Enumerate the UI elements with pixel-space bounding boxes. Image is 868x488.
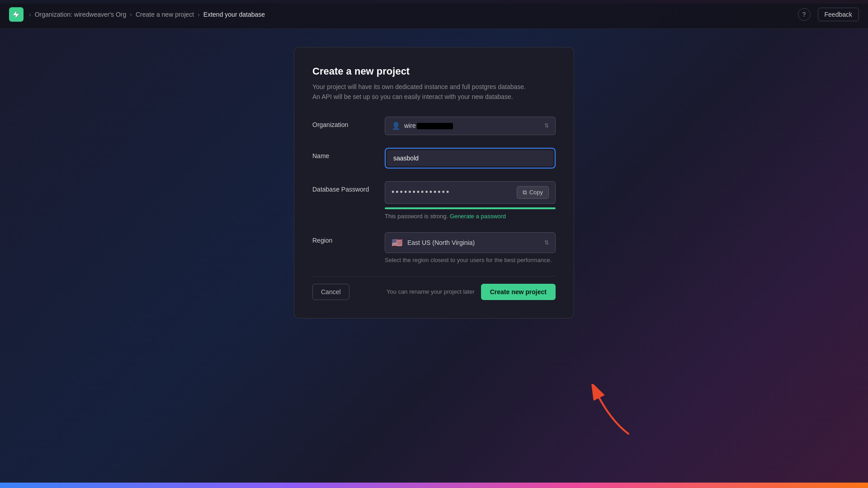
footer-right: You can rename your project later Create… (387, 284, 556, 300)
password-label: Database Password (312, 181, 385, 193)
cancel-button[interactable]: Cancel (312, 284, 349, 300)
header: › Organization: wiredweaver's Org › Crea… (0, 0, 868, 29)
create-project-button[interactable]: Create new project (481, 284, 556, 300)
password-control: •••••••••••••• ⧉ Copy This password is s… (385, 181, 556, 220)
breadcrumb-chevron-2: › (198, 11, 200, 18)
form-footer: Cancel You can rename your project later… (312, 276, 556, 300)
description-line-2: An API will be set up so you can easily … (312, 92, 556, 102)
region-value: East US (North Virginia) (407, 239, 475, 246)
password-field: Database Password •••••••••••••• ⧉ Copy … (312, 181, 556, 220)
breadcrumb-chevron-0: › (29, 11, 31, 18)
region-label: Region (312, 232, 385, 244)
description-line-1: Your project will have its own dedicated… (312, 82, 556, 92)
breadcrumb-extend: Extend your database (203, 11, 265, 18)
organization-select[interactable]: 👤 wire ⇅ (385, 117, 556, 135)
organization-control: 👤 wire ⇅ (385, 117, 556, 135)
name-input[interactable] (387, 150, 553, 166)
app-logo[interactable] (9, 7, 24, 22)
page-title: Create a new project (312, 66, 556, 77)
create-project-card: Create a new project Your project will h… (294, 47, 574, 319)
copy-button[interactable]: ⧉ Copy (517, 186, 549, 199)
region-chevron-icon: ⇅ (544, 239, 549, 246)
password-strength-bar (385, 207, 556, 209)
breadcrumb-create[interactable]: Create a new project (136, 11, 194, 18)
help-icon: ? (802, 11, 806, 18)
organization-label: Organization (312, 117, 385, 128)
org-select-inner: 👤 wire (392, 122, 453, 130)
feedback-button[interactable]: Feedback (818, 8, 859, 21)
copy-icon: ⧉ (523, 189, 527, 196)
name-field: Name (312, 148, 556, 169)
name-control (385, 148, 556, 169)
help-button[interactable]: ? (798, 8, 811, 21)
strength-text: This password is strong. (385, 213, 448, 220)
region-wrapper: 🇺🇸 East US (North Virginia) ⇅ Select the… (385, 232, 556, 263)
region-select[interactable]: 🇺🇸 East US (North Virginia) ⇅ (385, 232, 556, 253)
org-value: wire (404, 122, 453, 129)
password-input-row: •••••••••••••• ⧉ Copy (385, 181, 556, 204)
generate-password-link[interactable]: Generate a password (450, 213, 506, 220)
org-icon: 👤 (392, 122, 401, 130)
region-control: 🇺🇸 East US (North Virginia) ⇅ Select the… (385, 232, 556, 263)
password-dots: •••••••••••••• (392, 188, 517, 197)
us-flag-icon: 🇺🇸 (392, 237, 403, 248)
org-chevron-icon: ⇅ (544, 122, 549, 129)
breadcrumb-org[interactable]: Organization: wiredweaver's Org (35, 11, 127, 18)
region-hint: Select the region closest to your users … (385, 257, 556, 263)
organization-field: Organization 👤 wire ⇅ (312, 117, 556, 135)
name-input-wrapper (385, 148, 556, 169)
card-description: Your project will have its own dedicated… (312, 82, 556, 102)
password-wrapper: •••••••••••••• ⧉ Copy This password is s… (385, 181, 556, 220)
header-right: ? Feedback (798, 8, 859, 21)
copy-label: Copy (529, 189, 543, 196)
breadcrumb-chevron-1: › (130, 11, 132, 18)
main-content: Create a new project Your project will h… (0, 29, 868, 483)
password-hint: This password is strong. Generate a pass… (385, 213, 556, 220)
region-inner: 🇺🇸 East US (North Virginia) (392, 237, 475, 248)
breadcrumb: › Organization: wiredweaver's Org › Crea… (29, 11, 798, 18)
name-label: Name (312, 148, 385, 160)
region-field: Region 🇺🇸 East US (North Virginia) ⇅ Sel… (312, 232, 556, 263)
rename-hint: You can rename your project later (387, 288, 475, 295)
